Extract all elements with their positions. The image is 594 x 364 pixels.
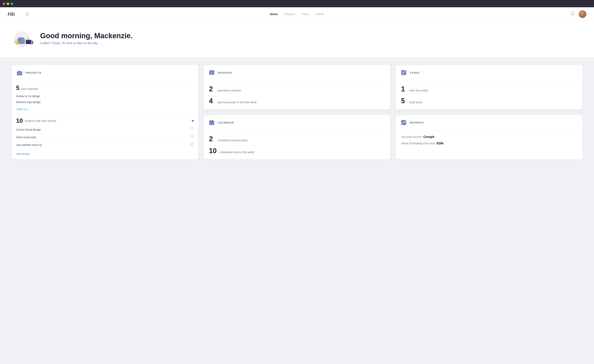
bell-icon[interactable] xyxy=(570,11,575,17)
invoices-stat-2: 4 payments paid in the last week xyxy=(209,97,385,105)
calendar-stat-2: 10 scheduled events this week xyxy=(209,147,385,155)
minimize-btn[interactable] xyxy=(7,2,9,5)
svg-rect-18 xyxy=(212,70,214,71)
projects-card-header: PROJECTS › xyxy=(12,65,198,81)
tasks-arrow[interactable]: › xyxy=(577,71,578,75)
svg-point-32 xyxy=(210,124,211,125)
svg-rect-4 xyxy=(18,37,24,39)
calendar-stats: 2 scheduled events today 10 scheduled ev… xyxy=(204,130,391,159)
nav-logo: Hb xyxy=(8,11,23,17)
svg-rect-15 xyxy=(19,74,21,74)
view-all-link[interactable]: VIEW ALL xyxy=(16,108,29,111)
tasks-icon xyxy=(400,69,407,76)
reports-bookings-row: Value of bookings this year $26k xyxy=(401,142,577,145)
search-button[interactable] xyxy=(25,12,29,16)
projects-arrow[interactable]: › xyxy=(193,71,194,75)
svg-point-29 xyxy=(210,123,211,124)
list-item[interactable]: Harrison logo design xyxy=(16,99,194,105)
nav-links: Home Projects Tools Clients xyxy=(270,13,324,16)
activity-label: projects with new activity xyxy=(25,119,56,122)
svg-point-33 xyxy=(211,124,212,125)
inquiry-name: Harrison logo design xyxy=(16,101,40,104)
reports-bookings-value: $26k xyxy=(436,142,444,145)
calendar-week-label: scheduled events this week xyxy=(219,150,254,154)
nav-tools[interactable]: Tools xyxy=(302,13,309,16)
edit-icon xyxy=(190,142,194,147)
reports-card: REPORTS › Top lead source: Google Value … xyxy=(396,115,582,159)
calendar-today-label: scheduled events today xyxy=(217,139,248,142)
invoices-paid-label: payments paid in the last week xyxy=(217,101,257,104)
invoices-paid-num: 4 xyxy=(209,97,215,105)
activity-count: 10 xyxy=(16,117,23,124)
invoices-stats: 2 payments overdue 4 payments paid in th… xyxy=(204,81,391,109)
navbar: Hb Home Projects Tools Clients xyxy=(0,7,594,21)
invoices-overdue-num: 2 xyxy=(209,85,215,93)
svg-rect-26 xyxy=(209,121,214,122)
svg-rect-6 xyxy=(26,40,31,41)
calendar-title: CALENDAR xyxy=(218,121,382,124)
invoices-card: INVOICES › 2 payments overdue 4 payments… xyxy=(204,65,391,109)
titlebar xyxy=(0,0,594,7)
calendar-icon xyxy=(208,119,215,126)
reports-arrow[interactable]: › xyxy=(577,121,578,125)
svg-rect-27 xyxy=(210,120,211,121)
svg-point-31 xyxy=(212,123,213,124)
svg-rect-17 xyxy=(210,70,211,72)
reports-bookings-label: Value of bookings this year xyxy=(401,142,435,145)
activity-item[interactable]: Lyle website mock-up xyxy=(16,141,194,149)
comment-icon xyxy=(190,135,194,140)
inquiry-list: Gomez & Co design Harrison logo design xyxy=(16,93,194,105)
inquiries-count: 5 xyxy=(16,84,20,91)
invoices-stat-1: 2 payments overdue xyxy=(209,85,385,93)
see-more-link[interactable]: SEE MORE xyxy=(16,153,30,155)
avatar[interactable] xyxy=(579,10,586,18)
hero-illustration xyxy=(12,29,34,48)
tasks-card-header: TASKS › xyxy=(396,65,582,81)
list-item[interactable]: Gomez & Co design xyxy=(16,93,194,99)
reports-icon xyxy=(400,119,407,126)
svg-rect-5 xyxy=(26,40,31,44)
hero-text: Good morning, Mackenzie. Coffee? Check. … xyxy=(40,32,133,45)
dashboard-grid: PROJECTS › 5 new inquiries Gomez & Co de… xyxy=(12,65,582,159)
tasks-stats: 1 task due today 5 total tasks xyxy=(396,81,582,109)
search-icon xyxy=(25,12,29,16)
svg-rect-19 xyxy=(210,72,212,73)
close-btn[interactable] xyxy=(3,2,5,5)
tasks-total-label: total tasks xyxy=(409,101,422,104)
activity-name: Cline social suite xyxy=(16,136,36,139)
reports-title: REPORTS xyxy=(410,121,574,124)
calendar-stat-1: 2 scheduled events today xyxy=(209,135,385,143)
inquiry-name: Gomez & Co design xyxy=(16,95,40,98)
svg-rect-9 xyxy=(14,40,16,43)
calendar-week-num: 10 xyxy=(209,147,217,155)
svg-rect-13 xyxy=(18,74,19,74)
reports-card-header: REPORTS › xyxy=(396,115,582,130)
reports-lead-row: Top lead source: Google xyxy=(401,135,577,139)
nav-right xyxy=(570,10,586,18)
tasks-due-label: task due today xyxy=(409,89,428,92)
tasks-title: TASKS xyxy=(410,71,574,74)
nav-clients[interactable]: Clients xyxy=(316,13,324,16)
new-inquiries-stat: 5 new inquiries xyxy=(16,84,194,91)
nav-projects[interactable]: Projects xyxy=(284,13,295,16)
calendar-today-num: 2 xyxy=(209,135,215,143)
svg-rect-11 xyxy=(18,71,21,72)
svg-rect-12 xyxy=(17,73,22,73)
svg-rect-21 xyxy=(210,74,213,74)
invoices-arrow[interactable]: › xyxy=(385,71,386,75)
projects-card: PROJECTS › 5 new inquiries Gomez & Co de… xyxy=(12,65,198,159)
activity-item[interactable]: Cline social suite xyxy=(16,134,194,141)
invoices-icon xyxy=(208,69,215,76)
reports-lead-value: Google xyxy=(423,135,434,139)
activity-item[interactable]: Carson brand design xyxy=(16,126,194,134)
main-content: PROJECTS › 5 new inquiries Gomez & Co de… xyxy=(0,57,594,167)
greeting-title: Good morning, Mackenzie. xyxy=(40,32,133,40)
projects-title: PROJECTS xyxy=(26,71,190,74)
maximize-btn[interactable] xyxy=(11,2,13,5)
activity-indicator xyxy=(192,120,194,122)
reports-stats: Top lead source: Google Value of booking… xyxy=(396,130,582,150)
nav-home[interactable]: Home xyxy=(270,13,278,16)
invoices-overdue-label: payments overdue xyxy=(217,89,241,92)
calendar-arrow[interactable]: › xyxy=(385,121,386,125)
activity-name: Carson brand design xyxy=(16,128,41,131)
